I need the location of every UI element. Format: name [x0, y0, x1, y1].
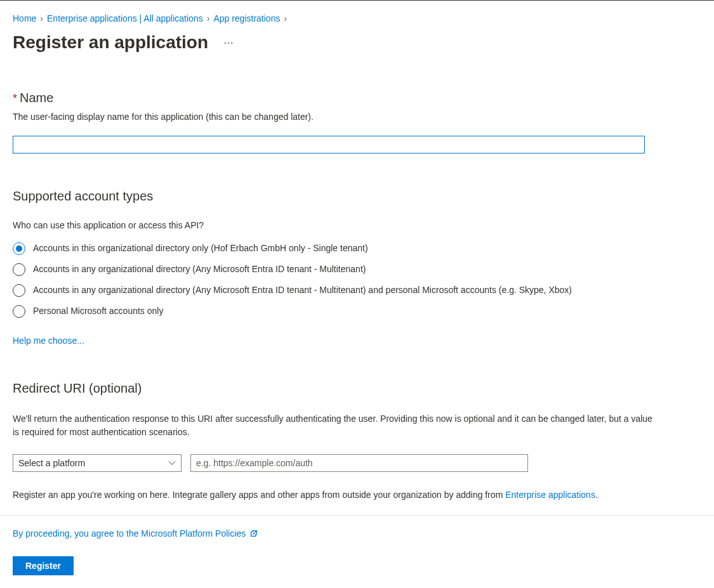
name-helper-text: The user-facing display name for this ap…	[13, 112, 701, 122]
radio-multitenant-personal[interactable]: Accounts in any organizational directory…	[13, 284, 701, 297]
chevron-right-icon: ›	[207, 13, 210, 23]
chevron-right-icon: ›	[284, 13, 287, 23]
account-types-radio-group: Accounts in this organizational director…	[13, 242, 701, 318]
redirect-uri-input[interactable]	[190, 454, 528, 472]
radio-single-tenant[interactable]: Accounts in this organizational director…	[13, 242, 701, 255]
required-indicator: *	[13, 93, 17, 104]
page-title: Register an application	[13, 32, 208, 53]
integrate-text: Register an app you're working on here. …	[13, 488, 701, 502]
policies-link-text: By proceeding, you agree to the Microsof…	[13, 528, 246, 539]
enterprise-applications-link[interactable]: Enterprise applications	[505, 490, 595, 500]
radio-icon	[13, 284, 25, 297]
radio-label: Accounts in any organizational directory…	[33, 263, 366, 275]
radio-label: Accounts in this organizational director…	[33, 242, 368, 254]
redirect-uri-section: Redirect URI (optional) We'll return the…	[13, 381, 701, 502]
radio-icon	[13, 305, 25, 318]
help-me-choose-link[interactable]: Help me choose...	[13, 336, 84, 346]
name-input[interactable]	[13, 136, 645, 154]
breadcrumb-enterprise-apps[interactable]: Enterprise applications | All applicatio…	[47, 13, 203, 23]
account-types-heading: Supported account types	[13, 189, 701, 204]
radio-label: Accounts in any organizational directory…	[33, 284, 572, 296]
integrate-prefix: Register an app you're working on here. …	[13, 490, 505, 500]
footer: By proceeding, you agree to the Microsof…	[0, 515, 714, 588]
page-title-row: Register an application ⋯	[13, 32, 701, 53]
platform-select[interactable]: Select a platform	[13, 454, 182, 472]
radio-icon	[13, 242, 25, 255]
radio-icon	[13, 263, 25, 276]
radio-label: Personal Microsoft accounts only	[33, 304, 163, 317]
redirect-heading: Redirect URI (optional)	[13, 381, 701, 396]
breadcrumb: Home › Enterprise applications | All app…	[13, 13, 701, 23]
account-types-question: Who can use this application or access t…	[13, 220, 701, 230]
external-link-icon	[249, 529, 258, 538]
radio-multitenant[interactable]: Accounts in any organizational directory…	[13, 263, 701, 276]
chevron-down-icon	[168, 459, 176, 467]
breadcrumb-app-registrations[interactable]: App registrations	[213, 13, 280, 23]
platform-select-value: Select a platform	[18, 458, 85, 468]
name-field-label: Name	[20, 91, 53, 105]
name-field-section: * Name The user-facing display name for …	[13, 91, 701, 154]
register-button[interactable]: Register	[13, 556, 74, 575]
integrate-suffix: .	[595, 490, 598, 500]
policies-link[interactable]: By proceeding, you agree to the Microsof…	[13, 528, 258, 539]
account-types-section: Supported account types Who can use this…	[13, 189, 701, 346]
radio-personal-only[interactable]: Personal Microsoft accounts only	[13, 304, 701, 318]
breadcrumb-home[interactable]: Home	[13, 13, 36, 23]
chevron-right-icon: ›	[40, 13, 43, 23]
redirect-description: We'll return the authentication response…	[13, 412, 660, 439]
more-actions-icon[interactable]: ⋯	[223, 37, 234, 49]
